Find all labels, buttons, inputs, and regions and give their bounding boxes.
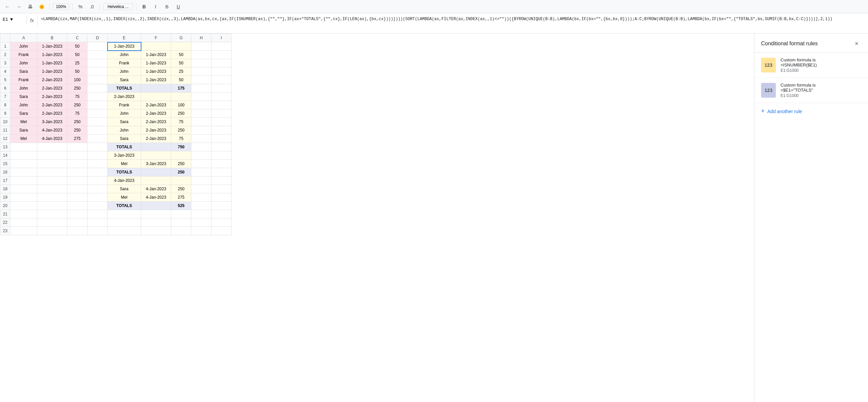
cell-H20[interactable] [191,202,212,210]
cell-A1[interactable]: John [10,42,37,51]
redo-button[interactable]: → [14,2,24,11]
row-header-3[interactable]: 3 [0,59,10,67]
cell-B7[interactable]: 2-Jan-2023 [37,93,67,101]
cell-E12[interactable]: Sara [107,135,141,143]
cell-G11[interactable]: 250 [171,126,191,135]
cell-I19[interactable] [212,193,231,202]
cell-C13[interactable] [67,143,88,151]
cell-A22[interactable] [10,219,37,227]
cell-A21[interactable] [10,210,37,219]
cell-I21[interactable] [212,210,231,219]
cell-D6[interactable] [88,84,107,93]
cell-G20[interactable]: 525 [171,202,191,210]
cell-E21[interactable] [107,210,141,219]
cell-D21[interactable] [88,210,107,219]
cell-D11[interactable] [88,126,107,135]
cell-I5[interactable] [212,76,231,84]
cell-H9[interactable] [191,109,212,118]
cell-D22[interactable] [88,219,107,227]
cell-I7[interactable] [212,93,231,101]
cell-E9[interactable]: John [107,109,141,118]
col-header-A[interactable]: A [10,34,37,42]
cell-G3[interactable]: 50 [171,59,191,67]
cell-A15[interactable] [10,160,37,168]
col-header-H[interactable]: H [191,34,212,42]
cell-D17[interactable] [88,176,107,185]
cell-F3[interactable]: 1-Jan-2023 [141,59,171,67]
cell-D9[interactable] [88,109,107,118]
strikethrough-button[interactable]: S [162,2,172,11]
spreadsheet-container[interactable]: A B C D E F G H I 1John1-Jan-2023501-Jan… [0,33,754,402]
cell-B5[interactable]: 2-Jan-2023 [37,76,67,84]
cell-D10[interactable] [88,118,107,126]
cell-I11[interactable] [212,126,231,135]
cell-C19[interactable] [67,193,88,202]
cell-C4[interactable]: 50 [67,67,88,76]
cell-I20[interactable] [212,202,231,210]
cell-H21[interactable] [191,210,212,219]
cell-H22[interactable] [191,219,212,227]
cell-I6[interactable] [212,84,231,93]
col-header-F[interactable]: F [141,34,171,42]
cell-I4[interactable] [212,67,231,76]
cell-G2[interactable]: 50 [171,51,191,59]
font-selector[interactable]: Helvetica ... [103,3,133,10]
cell-A17[interactable] [10,176,37,185]
cell-A4[interactable]: Sara [10,67,37,76]
cell-I14[interactable] [212,151,231,160]
row-header-16[interactable]: 16 [0,168,10,176]
row-header-17[interactable]: 17 [0,176,10,185]
cell-D23[interactable] [88,227,107,235]
cell-H5[interactable] [191,76,212,84]
cell-G16[interactable]: 250 [171,168,191,176]
cell-I10[interactable] [212,118,231,126]
cell-H18[interactable] [191,185,212,193]
cell-I22[interactable] [212,219,231,227]
cell-E19[interactable]: Mel [107,193,141,202]
cell-D5[interactable] [88,76,107,84]
row-header-9[interactable]: 9 [0,109,10,118]
cell-E14[interactable]: 3-Jan-2023 [107,151,141,160]
cell-D8[interactable] [88,101,107,109]
cell-E5[interactable]: Sara [107,76,141,84]
cell-H10[interactable] [191,118,212,126]
cell-F23[interactable] [141,227,171,235]
cell-F20[interactable] [141,202,171,210]
row-header-2[interactable]: 2 [0,51,10,59]
row-header-10[interactable]: 10 [0,118,10,126]
cell-I8[interactable] [212,101,231,109]
cell-H1[interactable] [191,42,212,51]
cell-H11[interactable] [191,126,212,135]
cell-B1[interactable]: 1-Jan-2023 [37,42,67,51]
cell-I23[interactable] [212,227,231,235]
cell-A18[interactable] [10,185,37,193]
cell-B14[interactable] [37,151,67,160]
cell-C16[interactable] [67,168,88,176]
cell-B12[interactable]: 4-Jan-2023 [37,135,67,143]
cell-D13[interactable] [88,143,107,151]
cell-B9[interactable]: 2-Jan-2023 [37,109,67,118]
cell-F9[interactable]: 2-Jan-2023 [141,109,171,118]
cell-C23[interactable] [67,227,88,235]
cell-D15[interactable] [88,160,107,168]
cell-F1[interactable] [141,42,171,51]
cell-E16[interactable]: TOTALS [107,168,141,176]
cell-E8[interactable]: Frank [107,101,141,109]
cell-H15[interactable] [191,160,212,168]
cell-H4[interactable] [191,67,212,76]
cell-E23[interactable] [107,227,141,235]
cell-A20[interactable] [10,202,37,210]
cell-I15[interactable] [212,160,231,168]
cell-G12[interactable]: 75 [171,135,191,143]
row-header-12[interactable]: 12 [0,135,10,143]
col-header-G[interactable]: G [171,34,191,42]
cell-E6[interactable]: TOTALS [107,84,141,93]
row-header-14[interactable]: 14 [0,151,10,160]
cell-I9[interactable] [212,109,231,118]
cell-D4[interactable] [88,67,107,76]
cell-C8[interactable]: 250 [67,101,88,109]
cell-C1[interactable]: 50 [67,42,88,51]
cell-D1[interactable] [88,42,107,51]
cell-G13[interactable]: 750 [171,143,191,151]
cell-A19[interactable] [10,193,37,202]
